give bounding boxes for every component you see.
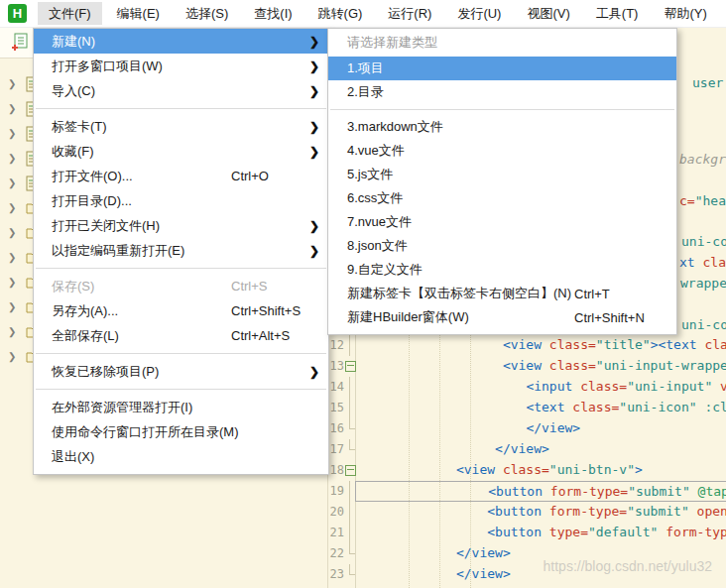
menu-item-shortcut: Ctrl+T (574, 287, 610, 301)
menubar-item-file[interactable]: 文件(F) (38, 2, 102, 25)
menu-item-label: 打开已关闭文件(H) (52, 217, 231, 235)
code-fragment: uni-co (681, 231, 726, 252)
menu-item-label: 全部保存(L) (52, 327, 231, 345)
menubar-item-help[interactable]: 帮助(Y) (653, 2, 717, 25)
line-number: 16 (328, 418, 344, 439)
chevron-right-icon[interactable]: ❯ (8, 153, 18, 164)
file-menu-item-restore-removed-project[interactable]: 恢复已移除项目(P)❯ (34, 359, 328, 384)
chevron-right-icon[interactable]: ❯ (8, 301, 18, 312)
new-submenu-item-markdown-file[interactable]: 3.markdown文件 (328, 115, 676, 139)
submenu-arrow-icon: ❯ (309, 244, 319, 258)
chevron-right-icon[interactable]: ❯ (8, 128, 18, 139)
chevron-right-icon[interactable]: ❯ (8, 202, 18, 213)
file-menu-item-tabs[interactable]: 标签卡(T)❯ (34, 114, 328, 139)
code-text[interactable]: <button type="default" form-type= (355, 523, 726, 543)
fold-toggle-icon[interactable] (344, 460, 355, 481)
code-line-12: 12 <view class="title"><text class= (328, 335, 726, 356)
chevron-right-icon[interactable]: ❯ (8, 78, 18, 89)
line-number: 18 (328, 460, 344, 481)
menubar-item-goto[interactable]: 跳转(G) (307, 2, 374, 25)
menubar-item-view[interactable]: 视图(V) (516, 2, 580, 25)
menu-item-label: 标签卡(T) (52, 118, 231, 136)
menu-item-shortcut: Ctrl+O (231, 169, 269, 183)
fold-toggle-icon[interactable] (344, 356, 355, 377)
new-submenu-item-css-file[interactable]: 6.css文件 (328, 186, 676, 210)
menubar-item-select[interactable]: 选择(S) (175, 2, 239, 25)
new-submenu: 请选择新建类型 1.项目2.目录3.markdown文件4.vue文件5.js文… (327, 28, 677, 335)
line-number: 14 (328, 377, 344, 398)
menu-item-label: 打开文件(O)... (52, 168, 231, 185)
code-text[interactable]: </view> (355, 418, 726, 439)
new-submenu-item-project[interactable]: 1.项目 (328, 57, 676, 80)
menu-item-label: 1.项目 (347, 59, 574, 77)
code-text[interactable]: </view> (355, 439, 726, 460)
csdn-watermark: https://blog.csdn.net/yulu32 (544, 558, 712, 574)
menubar-item-edit[interactable]: 编辑(E) (106, 2, 171, 25)
menu-item-label: 打开多窗口项目(W) (52, 58, 231, 75)
line-number: 13 (328, 356, 344, 377)
menu-item-label: 7.nvue文件 (347, 213, 574, 231)
code-line-18: 18 <view class="uni-btn-v"> (328, 460, 726, 481)
chevron-right-icon[interactable]: ❯ (8, 351, 18, 362)
menu-item-shortcut: Ctrl+Shift+N (574, 310, 645, 325)
menu-item-label: 退出(X) (52, 448, 231, 466)
file-menu-item-save-as[interactable]: 另存为(A)...Ctrl+Shift+S (34, 298, 328, 323)
menubar-item-find[interactable]: 查找(I) (243, 2, 302, 25)
menubar-item-run[interactable]: 运行(R) (377, 2, 442, 25)
file-menu-item-open-directory[interactable]: 打开目录(D)... (34, 188, 328, 213)
menu-item-label: 以指定编码重新打开(E) (52, 242, 231, 260)
menu-item-shortcut: Ctrl+S (231, 279, 267, 294)
submenu-arrow-icon: ❯ (309, 84, 319, 98)
file-menu-item-open-in-explorer[interactable]: 在外部资源管理器打开(I) (34, 395, 328, 419)
new-submenu-item-json-file[interactable]: 8.json文件 (328, 234, 676, 258)
code-text[interactable]: <button form-type="submit" @tap= (355, 481, 726, 502)
code-line-20: 20 <button form-type="submit" open-type= (328, 502, 726, 523)
fold-guide (344, 335, 355, 356)
chevron-right-icon[interactable]: ❯ (8, 103, 18, 114)
file-menu-item-open-terminal-here[interactable]: 使用命令行窗口打开所在目录(M) (34, 419, 328, 444)
chevron-right-icon[interactable]: ❯ (8, 326, 18, 337)
fold-guide (344, 523, 355, 543)
code-text[interactable]: <view class="uni-input-wrapper"> (355, 356, 726, 377)
file-menu-item-favorites[interactable]: 收藏(F)❯ (34, 139, 328, 164)
new-submenu-item-nvue-file[interactable]: 7.nvue文件 (328, 210, 676, 234)
new-file-icon[interactable] (11, 33, 29, 52)
file-menu: 新建(N)❯打开多窗口项目(W)❯导入(C)❯标签卡(T)❯收藏(F)❯打开文件… (33, 28, 329, 475)
menu-item-label: 新建HBuilder窗体(W) (347, 308, 574, 326)
code-text[interactable]: <button form-type="submit" open-type= (355, 502, 726, 523)
new-submenu-item-new-tab[interactable]: 新建标签卡【双击标签卡右侧空白】(N)Ctrl+T (328, 282, 676, 305)
file-menu-item-save-all[interactable]: 全部保存(L)Ctrl+Alt+S (34, 323, 328, 348)
chevron-right-icon[interactable]: ❯ (8, 227, 18, 238)
code-text[interactable]: <view class="title"><text class= (355, 335, 726, 356)
file-menu-item-new[interactable]: 新建(N)❯ (34, 29, 328, 54)
file-menu-item-import[interactable]: 导入(C)❯ (34, 78, 328, 103)
chevron-right-icon[interactable]: ❯ (8, 277, 18, 288)
file-menu-item-open-file[interactable]: 打开文件(O)...Ctrl+O (34, 164, 328, 188)
code-line-19: 19 <button form-type="submit" @tap= (328, 481, 726, 502)
new-submenu-item-directory[interactable]: 2.目录 (328, 80, 676, 104)
submenu-header: 请选择新建类型 (328, 29, 676, 57)
file-menu-item-open-closed-files[interactable]: 打开已关闭文件(H)❯ (34, 213, 328, 238)
new-submenu-item-new-hbuilder-window[interactable]: 新建HBuilder窗体(W)Ctrl+Shift+N (328, 305, 676, 329)
fold-guide (344, 543, 355, 564)
new-submenu-item-custom-file[interactable]: 9.自定义文件 (328, 258, 676, 282)
code-text[interactable]: <text class="uni-icon" :class= (355, 398, 726, 418)
file-menu-item-reopen-with-encoding[interactable]: 以指定编码重新打开(E)❯ (34, 238, 328, 263)
menu-item-label: 5.js文件 (347, 166, 574, 183)
fold-guide (344, 377, 355, 398)
chevron-right-icon[interactable]: ❯ (8, 177, 18, 188)
new-submenu-item-js-file[interactable]: 5.js文件 (328, 163, 676, 186)
menu-separator (36, 389, 326, 390)
menu-item-label: 打开目录(D)... (52, 192, 231, 210)
chevron-right-icon[interactable]: ❯ (8, 252, 18, 263)
file-menu-item-open-multi-window-project[interactable]: 打开多窗口项目(W)❯ (34, 54, 328, 78)
menu-separator (36, 108, 326, 109)
code-fragment: wrapper (680, 273, 726, 294)
file-menu-item-exit[interactable]: 退出(X) (34, 444, 328, 469)
line-number: 17 (328, 439, 344, 460)
code-text[interactable]: <input class="uni-input" v-model= (355, 377, 726, 398)
code-text[interactable]: <view class="uni-btn-v"> (355, 460, 726, 481)
new-submenu-item-vue-file[interactable]: 4.vue文件 (328, 139, 676, 163)
menubar-item-tools[interactable]: 工具(T) (585, 2, 650, 25)
menubar-item-publish[interactable]: 发行(U) (446, 2, 512, 25)
